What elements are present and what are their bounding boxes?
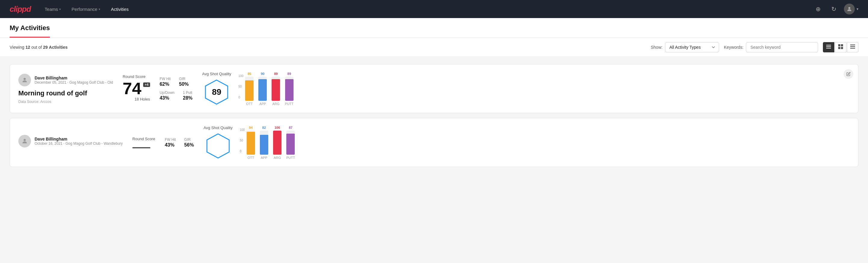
- nav-right: ⊕ ↻ ▾: [813, 4, 858, 14]
- oneputt-label: 1 Putt: [183, 91, 192, 95]
- activity-card: Dave Billingham October 16, 2021 · Gog M…: [10, 118, 858, 167]
- mini-stat-row-2: Up/Down 43% 1 Putt 28%: [160, 91, 192, 101]
- edit-button[interactable]: [844, 69, 853, 79]
- gir-label: GIR: [179, 77, 189, 81]
- bar-putt: 89 PUTT: [285, 72, 293, 106]
- score-badge: +4: [143, 83, 150, 87]
- svg-rect-8: [850, 45, 855, 46]
- bar-arg-label: ARG: [272, 102, 279, 106]
- svg-rect-6: [838, 47, 840, 49]
- bar-app: 82 APP: [260, 126, 268, 159]
- shot-quality-chart: 100 50 0 94 OTT 82: [240, 126, 295, 159]
- viewing-suffix: Activities: [49, 45, 68, 50]
- gir-stat: GIR 56%: [184, 138, 194, 148]
- viewing-total: 29: [43, 45, 48, 50]
- fw-hit-label: FW Hit: [160, 77, 171, 81]
- bar-putt-value: 89: [287, 72, 291, 76]
- bar-ott-value: 85: [248, 72, 251, 76]
- svg-rect-7: [841, 47, 843, 49]
- gir-label: GIR: [184, 138, 194, 142]
- nav-item-activities[interactable]: Activities: [107, 4, 133, 14]
- avatar: [18, 135, 31, 147]
- svg-marker-14: [207, 134, 229, 158]
- list-compact-view-button[interactable]: [823, 42, 834, 52]
- mini-stat-row-1: FW Hit 62% GIR 50%: [160, 77, 192, 87]
- gir-stat: GIR 50%: [179, 77, 189, 87]
- search-input[interactable]: [746, 42, 818, 52]
- card-left: Dave Billingham December 05, 2021 · Gog …: [18, 74, 113, 104]
- hexagon-wrap: Avg Shot Quality 89: [202, 71, 231, 106]
- shot-quality-chart: 100 50 0 85 OTT: [239, 72, 293, 106]
- nav-links: Teams ▾ Performance ▾ Activities: [40, 4, 803, 14]
- round-score-label: Round Score: [132, 137, 155, 141]
- fw-hit-stat: FW Hit 43%: [165, 138, 176, 148]
- user-row: Dave Billingham December 05, 2021 · Gog …: [18, 74, 113, 86]
- activities-list: Dave Billingham December 05, 2021 · Gog …: [0, 57, 868, 174]
- page-title: My Activities: [10, 24, 50, 32]
- oneputt-stat: 1 Putt 28%: [183, 91, 192, 101]
- bar-arg: 89 ARG: [272, 72, 280, 106]
- hexagon: [205, 133, 231, 159]
- page-header: My Activities: [0, 18, 868, 38]
- list-detail-view-button[interactable]: [847, 42, 858, 52]
- holes-label: 18 Holes: [134, 97, 150, 101]
- view-toggle: [823, 42, 858, 52]
- activity-type-select[interactable]: All Activity Types: [665, 42, 719, 52]
- gir-value: 50%: [179, 82, 189, 87]
- mini-stats: FW Hit 62% GIR 50% Up/Down 43% 1 Putt 28…: [160, 77, 192, 101]
- svg-rect-10: [850, 48, 855, 49]
- bar-arg: 106 ARG: [273, 126, 281, 159]
- svg-rect-9: [850, 46, 855, 47]
- fw-hit-stat: FW Hit 62%: [160, 77, 171, 87]
- oneputt-value: 28%: [183, 95, 192, 101]
- gir-value: 56%: [184, 142, 194, 148]
- card-left: Dave Billingham October 16, 2021 · Gog M…: [18, 135, 123, 150]
- show-filter-group: Show: All Activity Types: [651, 42, 719, 52]
- grid-view-button[interactable]: [835, 42, 846, 52]
- chart-y-100: 100: [239, 74, 244, 78]
- activity-card: Dave Billingham December 05, 2021 · Gog …: [10, 64, 858, 113]
- user-name: Dave Billingham: [35, 137, 123, 141]
- svg-rect-3: [826, 48, 831, 49]
- chevron-down-icon: ▾: [857, 7, 858, 11]
- keywords-filter-group: Keywords:: [724, 42, 818, 52]
- keywords-label: Keywords:: [724, 45, 743, 50]
- user-row: Dave Billingham October 16, 2021 · Gog M…: [18, 135, 123, 147]
- svg-rect-4: [838, 44, 840, 46]
- bar-app-label: APP: [259, 102, 266, 106]
- nav-item-performance[interactable]: Performance ▾: [67, 4, 104, 14]
- mini-stats: FW Hit 43% GIR 56%: [165, 138, 194, 148]
- round-score-block: Round Score 74 +4 18 Holes: [123, 74, 150, 103]
- bar-ott: 85 OTT: [245, 72, 253, 106]
- navbar: clippd Teams ▾ Performance ▾ Activities …: [0, 0, 868, 18]
- add-button[interactable]: ⊕: [813, 4, 824, 14]
- mini-stat-row-1: FW Hit 43% GIR 56%: [165, 138, 194, 148]
- fw-hit-value: 62%: [160, 82, 171, 87]
- bar-putt-label: PUTT: [285, 102, 293, 106]
- hexagon-wrap: Avg Shot Quality: [204, 125, 233, 159]
- svg-point-0: [848, 7, 850, 9]
- shot-quality-section: Avg Shot Quality 89 100 50 0: [202, 71, 850, 106]
- updown-value: 43%: [160, 95, 175, 101]
- avg-shot-quality-label: Avg Shot Quality: [204, 125, 233, 130]
- svg-point-11: [24, 78, 26, 80]
- bar-putt: 87 PUTT: [286, 126, 295, 159]
- svg-rect-1: [826, 45, 831, 46]
- updown-stat: Up/Down 43%: [160, 91, 175, 101]
- user-date: October 16, 2021 · Gog Magog Golf Club -…: [35, 141, 123, 146]
- bar-arg-value: 89: [274, 72, 278, 76]
- user-info: Dave Billingham October 16, 2021 · Gog M…: [35, 137, 123, 146]
- show-label: Show:: [651, 45, 662, 50]
- score-value: 74: [123, 80, 142, 97]
- chart-y-50: 50: [239, 85, 244, 88]
- avg-shot-quality-label: Avg Shot Quality: [202, 71, 231, 76]
- refresh-button[interactable]: ↻: [828, 4, 839, 14]
- nav-item-teams[interactable]: Teams ▾: [40, 4, 65, 14]
- bar-app: 90 APP: [258, 72, 267, 106]
- hexagon: 89: [203, 79, 230, 106]
- chevron-down-icon: ▾: [99, 7, 100, 11]
- data-source: Data Source: Arccos: [18, 99, 113, 104]
- logo: clippd: [10, 4, 31, 14]
- avatar-button[interactable]: ▾: [844, 4, 858, 14]
- fw-hit-label: FW Hit: [165, 138, 176, 142]
